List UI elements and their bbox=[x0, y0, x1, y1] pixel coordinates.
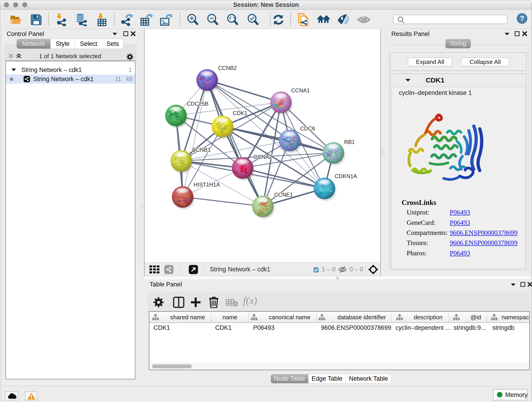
svg-text:CDK1: CDK1 bbox=[233, 110, 247, 116]
svg-text:CCNB1: CCNB1 bbox=[192, 147, 210, 153]
svg-text:CDC6: CDC6 bbox=[300, 125, 315, 132]
svg-text:HIST1H1A: HIST1H1A bbox=[194, 182, 220, 188]
svg-text:?: ? bbox=[520, 14, 525, 22]
svg-text:CDC25B: CDC25B bbox=[187, 101, 209, 107]
svg-text:CCNA2: CCNA2 bbox=[253, 154, 272, 160]
svg-text:CCNE1: CCNE1 bbox=[274, 191, 293, 198]
svg-text:CCNB2: CCNB2 bbox=[218, 65, 237, 71]
svg-text:CDKN1A: CDKN1A bbox=[335, 173, 357, 179]
svg-text:CCNA1: CCNA1 bbox=[291, 87, 310, 94]
svg-text:RB1: RB1 bbox=[344, 139, 355, 145]
